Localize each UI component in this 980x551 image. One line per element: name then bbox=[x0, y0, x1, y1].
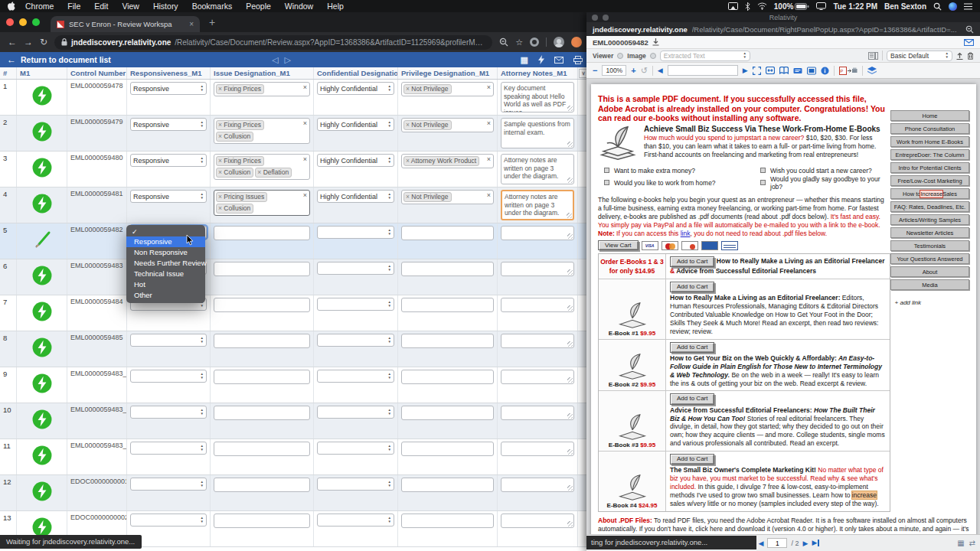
resize-grip-icon[interactable] bbox=[567, 213, 572, 218]
dropdown-item-hot[interactable]: Hot bbox=[126, 279, 205, 290]
pdf-link[interactable]: link bbox=[681, 230, 691, 237]
add-link-text[interactable]: + add link bbox=[895, 299, 921, 306]
issue-designation-field[interactable] bbox=[214, 226, 310, 240]
responsiveness-select[interactable] bbox=[130, 442, 207, 455]
table-row[interactable]: 12 EDOC0000000001 bbox=[0, 475, 590, 511]
confidential-select[interactable] bbox=[317, 334, 394, 347]
info-icon[interactable] bbox=[821, 67, 829, 75]
clear-tags-icon[interactable] bbox=[303, 84, 307, 91]
add-to-cart-button[interactable]: Add to Cart bbox=[670, 256, 714, 267]
menu-item[interactable]: Help bbox=[320, 2, 351, 11]
zoom-out-button[interactable]: − bbox=[593, 66, 597, 75]
zoom-level[interactable]: 100% bbox=[602, 65, 626, 76]
viewer-mode-label[interactable]: Viewer bbox=[593, 52, 613, 60]
privilege-field[interactable]: Not Privilege bbox=[401, 118, 494, 132]
redact-icon[interactable] bbox=[807, 67, 816, 75]
previous-document-button[interactable]: ◁ bbox=[272, 55, 278, 65]
header-privilege-designation[interactable]: Privilege Designation_M1 bbox=[398, 67, 498, 79]
tag-chip[interactable]: Deflation bbox=[255, 168, 292, 178]
return-to-document-list-link[interactable]: Return to document list bbox=[21, 55, 111, 64]
issue-designation-field[interactable] bbox=[214, 298, 310, 312]
reload-button[interactable]: ↻ bbox=[40, 37, 47, 47]
header-m1[interactable]: M1 bbox=[17, 67, 67, 79]
privilege-field[interactable] bbox=[401, 370, 494, 384]
issue-designation-field[interactable] bbox=[214, 262, 310, 276]
pdf-checkbox-item[interactable]: Would you like to work from home? bbox=[604, 175, 757, 191]
email-icon[interactable] bbox=[964, 39, 974, 46]
clear-tags-icon[interactable] bbox=[487, 192, 491, 199]
sync-icon[interactable]: ⇄ bbox=[969, 539, 975, 547]
print-production-icon[interactable] bbox=[573, 56, 583, 64]
issue-designation-field[interactable] bbox=[214, 514, 310, 528]
privilege-field[interactable] bbox=[401, 406, 494, 420]
pdf-nav-button[interactable]: Home bbox=[890, 110, 969, 121]
next-document-button[interactable]: ▷ bbox=[284, 55, 290, 65]
resize-grip-icon[interactable] bbox=[567, 305, 573, 311]
resize-grip-icon[interactable] bbox=[567, 341, 573, 347]
confidential-select[interactable] bbox=[317, 298, 394, 311]
header-issue-designation[interactable]: Issue Designation_M1 bbox=[211, 67, 314, 79]
email-document-icon[interactable] bbox=[554, 57, 564, 64]
pdf-nav-button[interactable]: Newsletter Articles bbox=[890, 227, 969, 238]
menu-bar-clock[interactable]: Tue 1:22 PM bbox=[833, 2, 877, 11]
last-page-button[interactable]: ▶ bbox=[812, 540, 819, 546]
responsiveness-select[interactable] bbox=[130, 478, 207, 491]
clear-tags-icon[interactable] bbox=[303, 192, 307, 199]
attorney-notes-field[interactable]: Attorney notes are written on page 3 und… bbox=[501, 154, 574, 184]
resize-grip-icon[interactable] bbox=[567, 521, 573, 527]
issue-designation-field[interactable]: Fixing Prices bbox=[214, 82, 310, 96]
privilege-field[interactable] bbox=[401, 334, 494, 348]
pdf-nav-button[interactable]: Your Questions Answered bbox=[890, 253, 969, 264]
battery-icon[interactable] bbox=[795, 3, 809, 10]
attorney-notes-field[interactable] bbox=[501, 262, 574, 276]
attorney-notes-field[interactable] bbox=[501, 442, 574, 456]
clear-tags-icon[interactable] bbox=[487, 156, 491, 163]
add-to-cart-button[interactable]: Add to Cart bbox=[670, 342, 714, 353]
pdf-nav-button[interactable]: Testimonials bbox=[890, 240, 969, 251]
tag-chip[interactable]: Not Privilege bbox=[403, 84, 452, 94]
responsiveness-select[interactable] bbox=[130, 370, 207, 383]
pdf-nav-button[interactable]: How to Increase Sales bbox=[890, 188, 969, 199]
checkbox-icon[interactable] bbox=[760, 180, 766, 185]
trash-icon[interactable] bbox=[967, 52, 974, 60]
menu-item[interactable]: Edit bbox=[87, 2, 115, 11]
chrome-update-button[interactable] bbox=[571, 37, 582, 47]
resize-grip-icon[interactable] bbox=[567, 142, 573, 147]
responsiveness-select[interactable]: Responsive bbox=[130, 118, 207, 131]
viewer-mode-toggle[interactable] bbox=[617, 53, 623, 59]
add-to-cart-button[interactable]: Add to Cart bbox=[670, 282, 714, 292]
zoom-indicator-icon[interactable] bbox=[499, 37, 508, 47]
responsiveness-select[interactable] bbox=[130, 406, 207, 419]
attorney-notes-field[interactable]: Sample questions from internal exam. bbox=[501, 118, 574, 148]
privilege-field[interactable] bbox=[401, 514, 494, 528]
attorney-notes-field[interactable] bbox=[501, 298, 574, 312]
attorney-notes-field[interactable]: Attorney notes are written on page 3 und… bbox=[501, 190, 574, 220]
screen-mirroring-icon[interactable] bbox=[728, 2, 738, 10]
notification-center-icon[interactable] bbox=[964, 3, 972, 10]
next-page-button[interactable]: ▶ bbox=[803, 540, 808, 547]
save-as-pdf-icon[interactable]: P bbox=[839, 67, 858, 75]
table-row[interactable]: 10 EML0000059483_000 bbox=[0, 403, 590, 439]
thumbnails-icon[interactable]: ▦ bbox=[957, 539, 964, 547]
tag-chip[interactable]: Attorney Work Product bbox=[403, 156, 479, 166]
responsiveness-select[interactable]: Responsive bbox=[130, 82, 207, 95]
header-row-number[interactable]: # bbox=[0, 67, 17, 79]
issue-designation-field[interactable] bbox=[214, 334, 310, 348]
image-mode-toggle[interactable] bbox=[650, 53, 656, 59]
resize-grip-icon[interactable] bbox=[567, 485, 573, 491]
table-row[interactable]: 9 EML0000059483_000 bbox=[0, 367, 590, 403]
new-tab-button[interactable] bbox=[209, 16, 215, 28]
pdf-nav-button[interactable]: Media bbox=[890, 279, 969, 290]
confidential-select[interactable] bbox=[317, 478, 394, 491]
tag-chip[interactable]: Not Privilege bbox=[403, 192, 452, 202]
issue-designation-field[interactable]: Fixing PricesCollusionDeflation bbox=[214, 154, 310, 180]
pdf-nav-button[interactable]: Work from Home E-Books bbox=[890, 136, 969, 147]
table-row[interactable]: 3 EML0000059480 Responsive Fixing Prices… bbox=[0, 152, 590, 187]
layout-select[interactable]: Basic Default bbox=[887, 51, 952, 61]
table-row-active[interactable]: 5 EML0000059482 bbox=[0, 223, 590, 259]
resize-grip-icon[interactable] bbox=[567, 233, 573, 239]
dropdown-item-needs-further-review[interactable]: Needs Further Review bbox=[126, 258, 205, 269]
checkbox-icon[interactable] bbox=[604, 168, 609, 173]
document-viewport[interactable]: This is a sample PDF document. If you su… bbox=[586, 79, 980, 534]
checkbox-icon[interactable] bbox=[760, 168, 766, 173]
